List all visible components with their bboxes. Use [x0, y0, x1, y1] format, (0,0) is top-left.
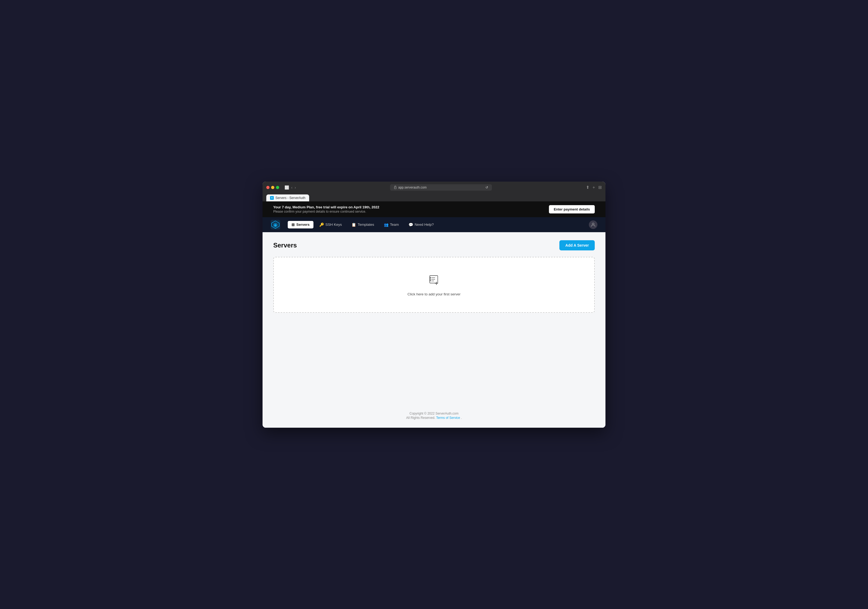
page-title: Servers — [273, 242, 297, 249]
grid-view-icon[interactable]: ⊞ — [598, 185, 602, 190]
empty-state-text: Click here to add your first server — [408, 292, 460, 296]
templates-icon: 📋 — [352, 223, 356, 227]
user-profile-button[interactable] — [589, 220, 597, 229]
browser-actions: ⬆ + ⊞ — [586, 185, 602, 190]
close-button[interactable] — [266, 186, 270, 189]
user-avatar-icon — [591, 222, 595, 227]
nav-item-templates[interactable]: 📋 Templates — [348, 221, 378, 228]
nav-item-servers[interactable]: ⊞ Servers — [288, 221, 313, 228]
empty-state-area[interactable]: Click here to add your first server — [273, 257, 595, 313]
trial-banner-line2: Please confirm your payment details to e… — [273, 210, 379, 214]
nav-team-label: Team — [390, 223, 399, 226]
logo[interactable] — [271, 220, 280, 229]
back-icon[interactable]: ‹ — [291, 185, 293, 190]
reload-icon[interactable]: ↺ — [485, 186, 488, 189]
nav-templates-label: Templates — [358, 223, 374, 226]
nav-item-ssh-keys[interactable]: 🔑 SSH Keys — [316, 221, 346, 228]
svg-rect-10 — [430, 277, 431, 278]
ssh-keys-icon: 🔑 — [319, 223, 324, 227]
trial-banner: Your 7 day, Medium Plan, free trial will… — [262, 201, 606, 217]
tab-bar: S Servers - ServerAuth — [266, 193, 602, 201]
payment-button[interactable]: Enter payment details — [549, 205, 595, 214]
sidebar-toggle-icon[interactable]: ⬜ — [285, 185, 289, 190]
new-tab-icon[interactable]: + — [593, 185, 595, 190]
trial-banner-text: Your 7 day, Medium Plan, free trial will… — [273, 205, 379, 214]
lock-icon — [394, 186, 397, 189]
svg-point-5 — [592, 223, 594, 225]
tab-title: Servers - ServerAuth — [275, 196, 305, 200]
window-controls: ⬜ ‹ › — [285, 185, 296, 190]
nav-item-team[interactable]: 👥 Team — [380, 221, 403, 228]
need-help-icon: 💬 — [409, 223, 413, 227]
tab-favicon: S — [270, 196, 274, 200]
footer-rights: All Rights Reserved. Terms of Service . — [271, 416, 597, 420]
share-icon[interactable]: ⬆ — [586, 185, 589, 190]
servers-icon: ⊞ — [291, 223, 295, 227]
nav-ssh-keys-label: SSH Keys — [326, 223, 342, 226]
footer-copyright: Copyright © 2022 ServerAuth.com — [271, 412, 597, 415]
footer-period: . — [461, 416, 462, 420]
svg-rect-11 — [430, 279, 431, 280]
empty-state-icon — [427, 273, 441, 288]
active-tab[interactable]: S Servers - ServerAuth — [266, 194, 309, 201]
main-content: Servers Add A Server — [262, 232, 606, 404]
url-bar[interactable]: app.serverauth.com ↺ — [390, 184, 492, 191]
maximize-button[interactable] — [276, 186, 279, 189]
nav-servers-label: Servers — [296, 223, 310, 226]
team-icon: 👥 — [384, 223, 389, 227]
svg-rect-0 — [394, 187, 396, 189]
add-server-button[interactable]: Add A Server — [560, 240, 595, 250]
trial-banner-line1: Your 7 day, Medium Plan, free trial will… — [273, 205, 379, 209]
footer: Copyright © 2022 ServerAuth.com All Righ… — [262, 404, 606, 428]
browser-chrome: ⬜ ‹ › app.serverauth.com ↺ ⬆ + ⊞ — [262, 181, 606, 201]
minimize-button[interactable] — [271, 186, 274, 189]
titlebar: ⬜ ‹ › app.serverauth.com ↺ ⬆ + ⊞ — [266, 184, 602, 193]
nav-need-help-label: Need Help? — [415, 223, 434, 226]
page-header: Servers Add A Server — [273, 240, 595, 250]
nav-bar: ⊞ Servers 🔑 SSH Keys 📋 Templates 👥 Team … — [262, 217, 606, 232]
svg-rect-12 — [430, 280, 431, 281]
app-content: Your 7 day, Medium Plan, free trial will… — [262, 201, 606, 428]
url-bar-container: app.serverauth.com ↺ — [299, 184, 583, 191]
forward-icon[interactable]: › — [295, 185, 296, 190]
footer-tos-link[interactable]: Terms of Service — [436, 416, 460, 420]
url-text: app.serverauth.com — [398, 186, 427, 189]
nav-item-need-help[interactable]: 💬 Need Help? — [405, 221, 437, 228]
footer-rights-text: All Rights Reserved. — [406, 416, 436, 420]
logo-icon — [271, 220, 280, 229]
browser-window: ⬜ ‹ › app.serverauth.com ↺ ⬆ + ⊞ — [262, 181, 606, 428]
traffic-lights — [266, 186, 279, 189]
